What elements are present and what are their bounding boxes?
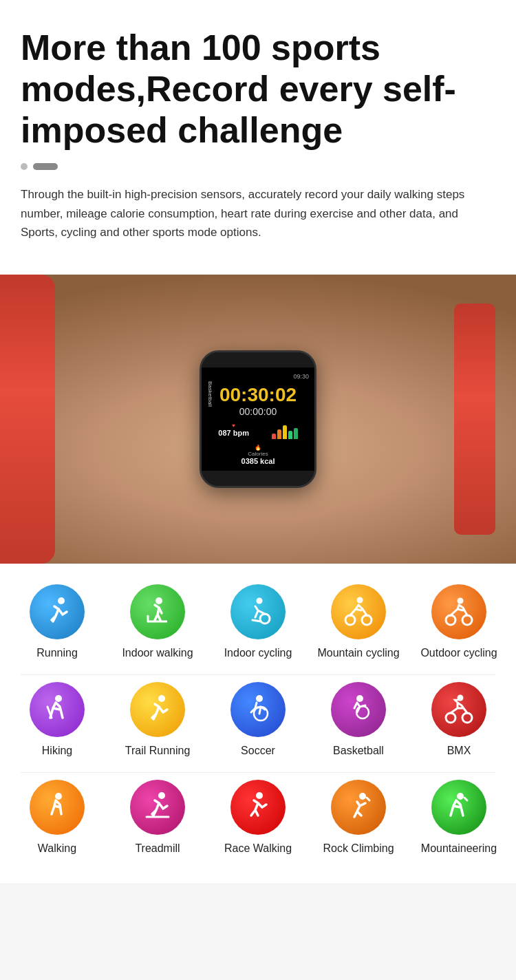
- walking-label: Walking: [38, 842, 76, 856]
- mountain-cycling-icon: [331, 584, 386, 639]
- bmx-icon: [431, 682, 486, 737]
- soccer-icon: [230, 682, 286, 737]
- basketball-label: Basketball: [333, 744, 384, 758]
- sport-item-rock-climbing: Rock Climbing: [314, 780, 403, 856]
- sport-item-mountaineering: Mountaineering: [414, 780, 504, 856]
- hiking-svg: [41, 693, 74, 726]
- hiking-icon: [30, 682, 85, 737]
- bmx-label: BMX: [447, 744, 471, 758]
- page-title: More than 100 sports modes,Record every …: [21, 28, 495, 151]
- sports-row-2: Hiking Trail Running: [7, 675, 509, 765]
- trail-running-icon: [130, 682, 185, 737]
- heart-bars: [272, 425, 298, 439]
- indoor-cycling-icon: [230, 584, 286, 639]
- description-text: Through the built-in high-precision sens…: [21, 185, 495, 242]
- watch-screen: 09:30 Basketball 00:30:02 00:00:00 ♥ 087…: [202, 368, 314, 471]
- sports-grid: Running Indoor walking: [0, 564, 516, 883]
- outdoor-cycling-label: Outdoor cycling: [420, 646, 497, 661]
- running-label: Running: [36, 646, 78, 661]
- dot-inactive: [21, 163, 28, 170]
- watch-time-small: 09:30: [207, 373, 309, 380]
- hiking-label: Hiking: [42, 744, 72, 758]
- svg-point-26: [359, 793, 366, 800]
- sport-item-trail-running: Trail Running: [113, 682, 202, 758]
- sport-item-hiking: Hiking: [12, 682, 102, 758]
- sport-item-running: Running: [12, 584, 102, 661]
- svg-point-0: [58, 597, 65, 604]
- dots-indicator: [21, 163, 495, 170]
- svg-point-8: [362, 615, 372, 625]
- sport-item-indoor-cycling: Indoor cycling: [213, 584, 303, 661]
- svg-point-1: [155, 597, 162, 604]
- outdoor-cycling-svg: [442, 595, 475, 628]
- svg-point-21: [462, 713, 472, 723]
- mountaineering-label: Mountaineering: [421, 842, 497, 856]
- walking-icon: [30, 780, 85, 835]
- rock-climbing-icon: [331, 780, 386, 835]
- svg-point-14: [158, 695, 165, 702]
- heart-icon: ♥: [232, 423, 235, 429]
- svg-line-5: [252, 620, 261, 621]
- indoor-walking-icon: [130, 584, 185, 639]
- svg-point-23: [158, 792, 165, 799]
- indoor-cycling-label: Indoor cycling: [224, 646, 292, 661]
- svg-point-22: [55, 793, 62, 800]
- treadmill-svg: [141, 791, 174, 824]
- running-svg: [41, 595, 74, 628]
- cal-value: 0385 kcal: [241, 457, 275, 465]
- header-section: More than 100 sports modes,Record every …: [0, 0, 516, 275]
- watch-device: 09:30 Basketball 00:30:02 00:00:00 ♥ 087…: [200, 350, 316, 488]
- watch-strap-bottom: [202, 471, 314, 486]
- watch-image: 09:30 Basketball 00:30:02 00:00:00 ♥ 087…: [0, 275, 516, 564]
- sport-item-indoor-walking: Indoor walking: [113, 584, 202, 661]
- mountaineering-svg: [442, 791, 475, 824]
- treadmill-label: Treadmill: [135, 842, 180, 856]
- dot-active: [33, 163, 58, 170]
- indoor-walking-svg: [141, 595, 174, 628]
- svg-point-10: [446, 615, 455, 625]
- svg-point-3: [257, 597, 263, 604]
- indoor-cycling-svg: [241, 595, 275, 628]
- basketball-icon: [331, 682, 386, 737]
- watch-sub-time: 00:00:00: [207, 406, 309, 417]
- sports-row-3: Walking Treadmill: [7, 773, 509, 863]
- watch-strap-top: [202, 352, 314, 368]
- race-walking-label: Race Walking: [224, 842, 292, 856]
- svg-point-9: [458, 597, 464, 604]
- cal-icon: 🔥: [255, 445, 261, 451]
- svg-point-17: [356, 695, 363, 702]
- rock-climbing-svg: [342, 791, 375, 824]
- rock-climbing-label: Rock Climbing: [323, 842, 394, 856]
- svg-point-20: [446, 713, 455, 723]
- watch-cal-stat: 🔥 Calories 0385 kcal: [241, 445, 275, 465]
- sport-item-treadmill: Treadmill: [113, 780, 202, 856]
- svg-point-11: [462, 615, 472, 625]
- soccer-label: Soccer: [241, 744, 275, 758]
- watch-stats: ♥ 087 bpm: [207, 423, 309, 439]
- svg-point-6: [357, 597, 363, 603]
- running-icon: [30, 584, 85, 639]
- trail-running-svg: [141, 693, 174, 726]
- sport-item-soccer: Soccer: [213, 682, 303, 758]
- trail-running-label: Trail Running: [125, 744, 191, 758]
- sport-item-mountain-cycling: Mountain cycling: [314, 584, 403, 661]
- sport-item-bmx: BMX: [414, 682, 504, 758]
- svg-point-12: [55, 695, 62, 702]
- soccer-svg: [241, 693, 275, 726]
- page-wrapper: More than 100 sports modes,Record every …: [0, 0, 516, 883]
- svg-point-27: [457, 793, 464, 800]
- cal-label: Calories: [248, 451, 268, 457]
- race-walking-svg: [241, 791, 275, 824]
- watch-heart-stat: ♥ 087 bpm: [218, 423, 249, 439]
- svg-point-15: [256, 695, 263, 702]
- sport-item-outdoor-cycling: Outdoor cycling: [414, 584, 504, 661]
- indoor-walking-label: Indoor walking: [122, 646, 193, 661]
- mountaineering-icon: [431, 780, 486, 835]
- mountain-cycling-svg: [342, 595, 375, 628]
- sport-item-basketball: Basketball: [314, 682, 403, 758]
- basketball-svg: [342, 693, 375, 726]
- treadmill-icon: [130, 780, 185, 835]
- watch-main-time: 00:30:02: [207, 385, 309, 405]
- sport-item-walking: Walking: [12, 780, 102, 856]
- watch-sport-label: Basketball: [207, 381, 213, 407]
